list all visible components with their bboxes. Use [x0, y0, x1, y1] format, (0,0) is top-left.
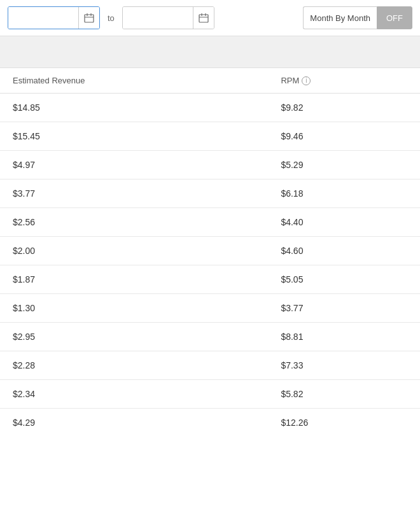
table-row: $4.97$5.29: [0, 151, 420, 179]
table-row: $15.45$9.46: [0, 122, 420, 151]
table-row: $2.56$4.40: [0, 208, 420, 237]
table-row: $4.29$12.26: [0, 409, 420, 437]
cell-estimated-revenue: $2.95: [0, 323, 268, 351]
date-from-wrapper: Sep 02, 2016: [8, 6, 100, 29]
table-row: $1.30$3.77: [0, 294, 420, 323]
column-header-rpm: RPM i: [268, 68, 420, 94]
calendar-from-button[interactable]: [78, 7, 99, 29]
cell-estimated-revenue: $1.30: [0, 294, 268, 323]
cell-estimated-revenue: $2.00: [0, 237, 268, 265]
table-row: $2.34$5.82: [0, 380, 420, 409]
month-by-month-group: Month By Month OFF: [303, 6, 412, 29]
cell-estimated-revenue: $1.87: [0, 265, 268, 294]
table-row: $3.77$6.18: [0, 179, 420, 208]
cell-estimated-revenue: $15.45: [0, 122, 268, 151]
table-container: Estimated Revenue RPM i $14.85$9.82$15.4…: [0, 68, 420, 437]
cell-estimated-revenue: $14.85: [0, 94, 268, 122]
table-row: $1.87$5.05: [0, 265, 420, 294]
toolbar: Sep 02, 2016 to Oct 02, 2016 Month By Mo…: [0, 0, 420, 36]
cell-estimated-revenue: $4.29: [0, 409, 268, 437]
month-by-month-label: Month By Month: [303, 6, 377, 29]
column-header-estimated-revenue: Estimated Revenue: [0, 68, 268, 94]
cell-rpm: $5.29: [268, 151, 420, 179]
cell-rpm: $8.81: [268, 323, 420, 351]
cell-rpm: $3.77: [268, 294, 420, 323]
gray-bar: [0, 36, 420, 68]
table-row: $2.95$8.81: [0, 323, 420, 351]
cell-rpm: $12.26: [268, 409, 420, 437]
toggle-off-button[interactable]: OFF: [377, 6, 412, 29]
svg-rect-4: [199, 15, 208, 22]
cell-rpm: $5.05: [268, 265, 420, 294]
table-row: $2.00$4.60: [0, 237, 420, 265]
cell-estimated-revenue: $2.34: [0, 380, 268, 409]
cell-rpm: $7.33: [268, 351, 420, 380]
table-row: $2.28$7.33: [0, 351, 420, 380]
calendar-from-icon: [84, 13, 94, 23]
to-separator: to: [105, 13, 117, 23]
cell-estimated-revenue: $4.97: [0, 151, 268, 179]
calendar-to-button[interactable]: [193, 7, 214, 29]
cell-estimated-revenue: $2.56: [0, 208, 268, 237]
table-row: $14.85$9.82: [0, 94, 420, 122]
cell-estimated-revenue: $3.77: [0, 179, 268, 208]
data-table: Estimated Revenue RPM i $14.85$9.82$15.4…: [0, 68, 420, 437]
cell-estimated-revenue: $2.28: [0, 351, 268, 380]
svg-rect-0: [85, 15, 94, 22]
date-from-input[interactable]: Sep 02, 2016: [8, 7, 78, 29]
date-to-input[interactable]: Oct 02, 2016: [123, 7, 193, 29]
table-header-row: Estimated Revenue RPM i: [0, 68, 420, 94]
cell-rpm: $9.82: [268, 94, 420, 122]
cell-rpm: $9.46: [268, 122, 420, 151]
date-to-wrapper: Oct 02, 2016: [122, 6, 214, 29]
cell-rpm: $4.40: [268, 208, 420, 237]
cell-rpm: $5.82: [268, 380, 420, 409]
calendar-to-icon: [199, 13, 209, 23]
rpm-info-icon[interactable]: i: [302, 76, 311, 85]
cell-rpm: $4.60: [268, 237, 420, 265]
cell-rpm: $6.18: [268, 179, 420, 208]
